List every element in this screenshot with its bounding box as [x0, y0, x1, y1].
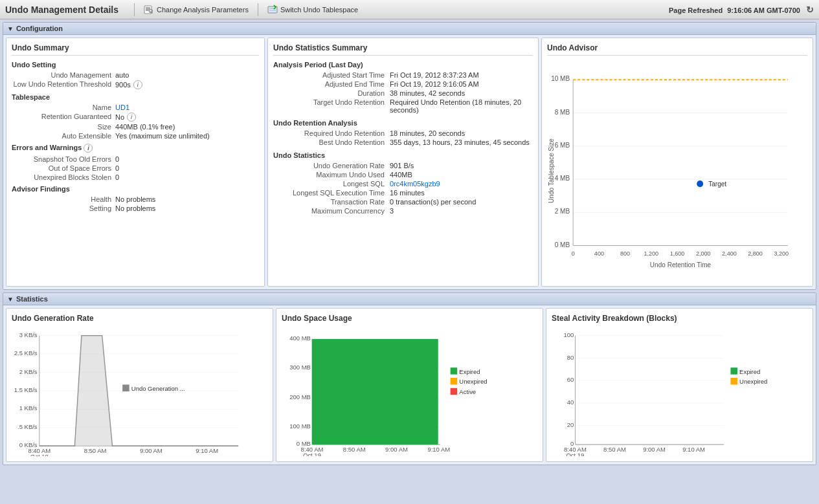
svg-text:3,200: 3,200: [774, 250, 789, 257]
low-undo-retention-info-icon[interactable]: i: [133, 80, 142, 89]
health-row: Health No problems: [12, 195, 259, 203]
adjusted-start-label: Adjusted Start Time: [273, 71, 390, 79]
switch-tablespace-button[interactable]: Switch Undo Tablespace: [264, 3, 362, 16]
svg-text:9:10 AM: 9:10 AM: [682, 446, 705, 453]
errors-info-icon[interactable]: i: [84, 144, 93, 153]
svg-text:9:00 AM: 9:00 AM: [140, 447, 163, 454]
retention-guaranteed-value: No i: [115, 113, 136, 122]
change-analysis-button[interactable]: Change Analysis Parameters: [140, 3, 252, 16]
statistics-section: ▼ Statistics Undo Generation Rate 3 KB/s…: [3, 292, 816, 465]
steal-activity-title: Steal Activity Breakdown (Blocks): [552, 314, 807, 323]
refresh-button[interactable]: ↻: [806, 5, 814, 15]
statistics-label: Statistics: [16, 295, 48, 303]
errors-label: Errors and Warnings i: [12, 144, 259, 153]
undo-setting-label: Undo Setting: [12, 61, 259, 69]
longest-sql-exec-label: Longest SQL Execution Time: [273, 189, 390, 197]
snapshot-errors-row: Snapshot Too Old Errors 0: [12, 155, 259, 163]
svg-text:Undo Generation ...: Undo Generation ...: [131, 385, 185, 392]
best-retention-label: Best Undo Retention: [273, 138, 390, 146]
svg-text:1,600: 1,600: [670, 250, 685, 257]
unexpired-stolen-value: 0: [115, 173, 119, 181]
undo-stats-label: Undo Statistics: [273, 151, 533, 159]
health-value: No problems: [115, 195, 155, 203]
svg-text:Oct 19: Oct 19: [566, 452, 584, 456]
svg-text:Expired: Expired: [739, 368, 760, 375]
undo-space-svg: 400 MB 300 MB 200 MB 100 MB 0 MB: [282, 327, 537, 456]
svg-rect-80: [451, 378, 458, 385]
undo-gen-rate-value: 901 B/s: [390, 162, 414, 170]
low-undo-retention-row: Low Undo Retention Threshold 900s i: [12, 80, 259, 89]
page-refreshed-label: Page Refreshed: [669, 6, 723, 14]
undo-statistics-title: Undo Statistics Summary: [273, 43, 533, 56]
undo-gen-rate-label: Undo Generation Rate: [273, 162, 390, 170]
statistics-section-header[interactable]: ▼ Statistics: [3, 293, 816, 305]
longest-sql-exec-row: Longest SQL Execution Time 16 minutes: [273, 189, 533, 197]
undo-gen-rate-chart: 3 KB/s 2.5 KB/s 2 KB/s 1.5 KB/s 1 KB/s .…: [12, 327, 267, 456]
svg-text:80: 80: [567, 354, 574, 361]
undo-advisor-title: Undo Advisor: [547, 43, 807, 56]
svg-text:0: 0: [572, 250, 575, 257]
longest-sql-label: Longest SQL: [273, 180, 390, 188]
svg-text:8 MB: 8 MB: [555, 109, 570, 116]
transaction-rate-label: Transaction Rate: [273, 198, 390, 206]
svg-text:2,400: 2,400: [722, 250, 737, 257]
svg-rect-105: [730, 378, 737, 385]
svg-text:Unexpired: Unexpired: [739, 378, 767, 385]
svg-rect-58: [122, 384, 129, 391]
tablespace-size-row: Size 440MB (0.1% free): [12, 123, 259, 131]
duration-label: Duration: [273, 89, 390, 97]
tablespace-size-label: Size: [12, 123, 115, 131]
tablespace-label: Tablespace: [12, 93, 259, 101]
setting-row: Setting No problems: [12, 204, 259, 212]
adjusted-end-value: Fri Oct 19, 2012 9:16:05 AM: [390, 80, 479, 88]
svg-text:1,200: 1,200: [644, 250, 658, 257]
retention-guaranteed-info-icon[interactable]: i: [127, 113, 136, 122]
stats-toggle-icon: ▼: [7, 296, 14, 303]
duration-value: 38 minutes, 42 seconds: [390, 89, 465, 97]
max-concurrency-row: Maximum Concurrency 3: [273, 207, 533, 215]
svg-rect-78: [451, 367, 458, 375]
duration-row: Duration 38 minutes, 42 seconds: [273, 89, 533, 97]
auto-extensible-value: Yes (maximum size unlimited): [115, 132, 210, 140]
required-retention-value: 18 minutes, 20 seconds: [390, 129, 465, 137]
svg-text:9:00 AM: 9:00 AM: [643, 446, 666, 453]
longest-sql-value: 0rc4km05kgzb9: [390, 180, 440, 188]
svg-text:400 MB: 400 MB: [289, 334, 311, 342]
tablespace-size-value: 440MB (0.1% free): [115, 123, 175, 131]
max-undo-used-row: Maximum Undo Used 440MB: [273, 171, 533, 179]
undo-gen-rate-title: Undo Generation Rate: [12, 314, 267, 323]
low-undo-retention-label: Low Undo Retention Threshold: [12, 80, 115, 89]
svg-text:2,800: 2,800: [748, 250, 763, 257]
header-separator-2: [258, 3, 258, 16]
max-concurrency-value: 3: [390, 207, 394, 215]
undo-gen-rate-svg: 3 KB/s 2.5 KB/s 2 KB/s 1.5 KB/s 1 KB/s .…: [12, 327, 267, 456]
svg-text:Oct 19: Oct 19: [303, 452, 321, 456]
required-retention-row: Required Undo Retention 18 minutes, 20 s…: [273, 129, 533, 137]
svg-text:9:00 AM: 9:00 AM: [385, 446, 408, 453]
config-toggle-icon: ▼: [7, 25, 14, 32]
svg-text:9:10 AM: 9:10 AM: [427, 446, 450, 453]
best-retention-row: Best Undo Retention 355 days, 13 hours, …: [273, 138, 533, 146]
auto-extensible-row: Auto Extensible Yes (maximum size unlimi…: [12, 132, 259, 140]
configuration-section-header[interactable]: ▼ Configuration: [3, 23, 816, 35]
adjusted-start-value: Fri Oct 19, 2012 8:37:23 AM: [390, 71, 479, 79]
tablespace-name-value: UD1: [115, 104, 129, 111]
svg-text:4 MB: 4 MB: [555, 175, 570, 182]
out-of-space-value: 0: [115, 164, 119, 172]
svg-text:6 MB: 6 MB: [555, 142, 570, 149]
steal-activity-svg: 100 80 60 40 20 0: [552, 327, 807, 456]
steal-activity-chart: 100 80 60 40 20 0: [552, 327, 807, 456]
svg-rect-82: [451, 388, 458, 395]
retention-analysis-label: Undo Retention Analysis: [273, 119, 533, 127]
max-undo-used-value: 440MB: [390, 171, 412, 179]
longest-sql-exec-value: 16 minutes: [390, 189, 425, 197]
advisor-chart-svg: 10 MB 8 MB 6 MB 4 MB 2 MB 0 MB: [547, 61, 807, 281]
adjusted-end-row: Adjusted End Time Fri Oct 19, 2012 9:16:…: [273, 80, 533, 88]
low-undo-retention-value: 900s i: [115, 80, 142, 89]
transaction-rate-value: 0 transaction(s) per second: [390, 198, 476, 206]
undo-gen-rate-row: Undo Generation Rate 901 B/s: [273, 162, 533, 170]
undo-advisor-chart: 10 MB 8 MB 6 MB 4 MB 2 MB 0 MB: [547, 61, 807, 281]
svg-text:Active: Active: [459, 388, 476, 395]
svg-text:100: 100: [564, 331, 574, 338]
svg-text:2.5 KB/s: 2.5 KB/s: [14, 349, 38, 356]
